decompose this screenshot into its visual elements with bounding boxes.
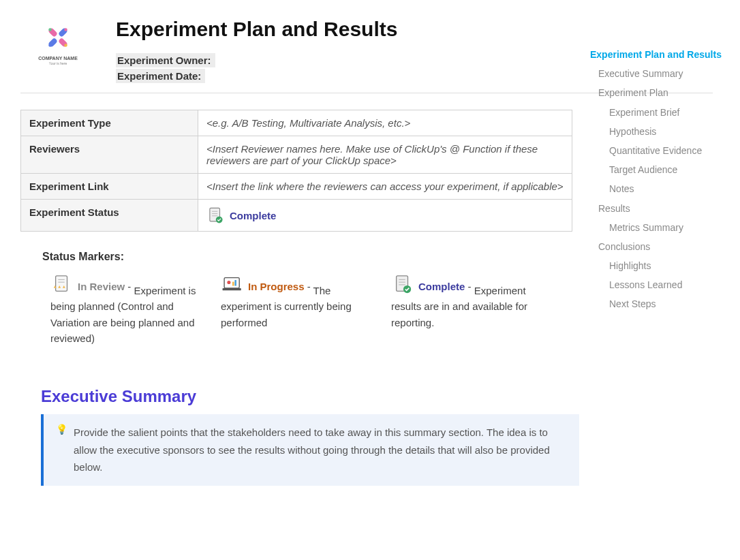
table-row: Experiment Type <e.g. A/B Testing, Multi… [21,110,572,136]
company-logo-block: COMPANY NAME Your is here [20,14,95,65]
logo-icon [42,22,74,53]
executive-summary-callout: 💡 Provide the salient points that the st… [41,414,579,486]
marker-name: In Progress [248,281,305,292]
outline-item[interactable]: Lessons Learned [590,275,733,294]
svg-point-4 [48,28,51,31]
detail-value[interactable]: <Insert the link where the reviewers can… [198,174,572,200]
detail-value[interactable]: <Insert Reviewer names here. Make use of… [198,136,572,174]
outline-item[interactable]: Hypothesis [590,122,733,141]
outline-item[interactable]: Conclusions [590,237,733,256]
detail-value-status[interactable]: Complete [198,200,572,232]
table-row: Experiment Link <Insert the link where t… [21,174,572,200]
status-markers-row: In Review - Experiment is being planned … [50,274,559,346]
outline-item[interactable]: Executive Summary [590,64,733,83]
experiment-date-label: Experiment Date: [116,69,205,83]
callout-text: Provide the salient points that the stak… [74,424,567,476]
logo-tagline: Your is here [49,61,67,65]
status-value: Complete [230,210,276,221]
outline-item[interactable]: Experiment Plan [590,83,733,102]
outline-item[interactable]: Results [590,199,733,218]
svg-rect-22 [232,282,234,286]
detail-label: Experiment Type [21,110,198,136]
outline-item[interactable]: Metrics Summary [590,218,733,237]
experiment-owner-label: Experiment Owner: [116,53,215,67]
experiment-details-table: Experiment Type <e.g. A/B Testing, Multi… [20,110,572,232]
progress-laptop-icon [221,274,244,294]
review-doc-icon [50,274,74,294]
outline-item[interactable]: Next Steps [590,294,733,313]
outline-item[interactable]: Experiment Plan and Results [590,45,733,64]
svg-point-21 [227,281,230,284]
svg-rect-19 [224,278,239,288]
status-marker-in-progress: In Progress - The experiment is currentl… [221,274,371,346]
svg-rect-20 [223,288,241,290]
outline-item[interactable]: Target Audience [590,160,733,179]
marker-name: Complete [418,281,465,292]
document-check-icon [391,274,414,294]
svg-point-7 [64,44,67,46]
detail-label: Experiment Link [21,174,198,200]
outline-item[interactable]: Highlights [590,256,733,275]
detail-value[interactable]: <e.g. A/B Testing, Multivariate Analysis… [198,110,572,136]
logo-company-name: COMPANY NAME [38,56,78,61]
marker-name: In Review [78,281,125,292]
document-outline: Experiment Plan and ResultsExecutive Sum… [590,45,740,314]
outline-item[interactable]: Notes [590,179,733,198]
detail-label: Reviewers [21,136,198,174]
status-markers-heading: Status Markers: [42,251,559,263]
outline-item[interactable]: Experiment Brief [590,103,733,122]
outline-item[interactable]: Quantitative Evidence [590,141,733,160]
status-marker-complete: Complete - Experiment results are in and… [391,274,541,346]
svg-rect-23 [234,280,236,286]
svg-rect-13 [56,276,67,292]
page-title: Experiment Plan and Results [116,18,559,41]
executive-summary-heading: Executive Summary [41,387,559,406]
svg-point-5 [64,28,67,31]
table-row: Reviewers <Insert Reviewer names here. M… [21,136,572,174]
table-row: Experiment Status Complete [21,200,572,232]
lightbulb-icon: 💡 [56,424,67,476]
document-check-icon [206,206,224,224]
status-marker-in-review: In Review - Experiment is being planned … [50,274,200,346]
svg-point-6 [48,44,51,46]
detail-label: Experiment Status [21,200,198,232]
